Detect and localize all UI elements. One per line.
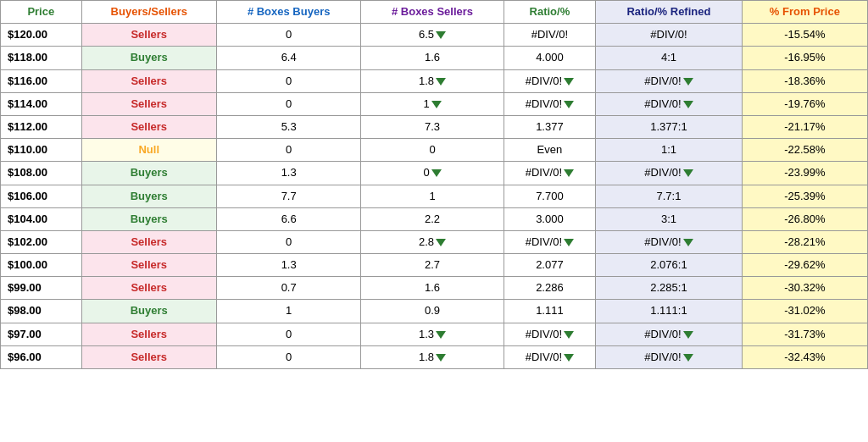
from-price-cell: -32.43% xyxy=(742,345,867,368)
buyers-sellers-cell: Sellers xyxy=(81,115,216,138)
boxes-buyers-cell: 5.3 xyxy=(216,115,360,138)
buyers-sellers-cell: Sellers xyxy=(81,230,216,253)
table-row: $100.00Sellers1.32.72.0772.076:1-29.62% xyxy=(1,254,868,277)
price-cell: $104.00 xyxy=(1,207,82,230)
table-row: $104.00Buyers6.62.23.0003:1-26.80% xyxy=(1,207,868,230)
boxes-buyers-cell: 0.7 xyxy=(216,277,360,300)
table-row: $118.00Buyers6.41.64.0004:1-16.95% xyxy=(1,47,868,69)
buyers-sellers-cell: Sellers xyxy=(81,24,216,47)
boxes-buyers-cell: 6.6 xyxy=(216,207,360,230)
arrow-down-icon xyxy=(683,101,693,108)
arrow-down-icon xyxy=(436,331,446,339)
boxes-sellers-cell: 1 xyxy=(361,185,504,207)
boxes-sellers-cell: 1.6 xyxy=(361,47,504,69)
arrow-down-icon xyxy=(564,239,574,246)
ratio-refined-cell: 1.111:1 xyxy=(596,300,743,323)
price-cell: $116.00 xyxy=(1,69,82,92)
boxes-sellers-cell: 2.2 xyxy=(361,207,504,230)
from-price-cell: -31.73% xyxy=(742,323,867,345)
boxes-sellers-cell: 1.6 xyxy=(361,277,504,300)
from-price-cell: -18.36% xyxy=(742,69,867,92)
from-price-cell: -29.62% xyxy=(742,254,867,277)
price-cell: $114.00 xyxy=(1,92,82,115)
arrow-down-icon xyxy=(431,101,442,108)
ratio-refined-cell: 7.7:1 xyxy=(596,185,743,207)
table-row: $120.00Sellers06.5#DIV/0!#DIV/0!-15.54% xyxy=(1,24,868,47)
price-cell: $118.00 xyxy=(1,47,82,69)
header-boxes-sellers: # Boxes Sellers xyxy=(361,1,504,24)
header-boxes-buyers: # Boxes Buyers xyxy=(216,1,360,24)
buyers-sellers-cell: Sellers xyxy=(81,323,216,345)
ratio-cell: #DIV/0! xyxy=(504,162,595,185)
buyers-sellers-cell: Buyers xyxy=(81,185,216,207)
boxes-sellers-cell: 1.8 xyxy=(361,69,504,92)
header-from-price: % From Price xyxy=(742,1,867,24)
header-ratio-refined: Ratio/% Refined xyxy=(596,1,743,24)
buyers-sellers-cell: Sellers xyxy=(81,92,216,115)
ratio-refined-cell: #DIV/0! xyxy=(596,230,743,253)
arrow-down-icon xyxy=(564,78,574,86)
from-price-cell: -28.21% xyxy=(742,230,867,253)
boxes-sellers-cell: 0 xyxy=(361,162,504,185)
arrow-down-icon xyxy=(683,239,693,246)
arrow-down-icon xyxy=(564,169,574,177)
table-row: $98.00Buyers10.91.1111.111:1-31.02% xyxy=(1,300,868,323)
boxes-sellers-cell: 2.7 xyxy=(361,254,504,277)
buyers-sellers-cell: Null xyxy=(81,139,216,162)
boxes-buyers-cell: 0 xyxy=(216,323,360,345)
boxes-buyers-cell: 0 xyxy=(216,345,360,368)
table-row: $110.00Null00Even1:1-22.58% xyxy=(1,139,868,162)
ratio-cell: 1.377 xyxy=(504,115,595,138)
price-cell: $102.00 xyxy=(1,230,82,253)
ratio-cell: Even xyxy=(504,139,595,162)
buyers-sellers-cell: Sellers xyxy=(81,277,216,300)
arrow-down-icon xyxy=(564,101,574,108)
buyers-sellers-cell: Sellers xyxy=(81,254,216,277)
from-price-cell: -15.54% xyxy=(742,24,867,47)
ratio-cell: 1.111 xyxy=(504,300,595,323)
ratio-refined-cell: 1.377:1 xyxy=(596,115,743,138)
from-price-cell: -21.17% xyxy=(742,115,867,138)
ratio-refined-cell: #DIV/0! xyxy=(596,92,743,115)
buyers-sellers-cell: Buyers xyxy=(81,207,216,230)
boxes-sellers-cell: 6.5 xyxy=(361,24,504,47)
table-row: $112.00Sellers5.37.31.3771.377:1-21.17% xyxy=(1,115,868,138)
boxes-sellers-cell: 1 xyxy=(361,92,504,115)
main-table: Price Buyers/Sellers # Boxes Buyers # Bo… xyxy=(0,0,868,369)
header-buyers-sellers: Buyers/Sellers xyxy=(81,1,216,24)
price-cell: $108.00 xyxy=(1,162,82,185)
boxes-buyers-cell: 0 xyxy=(216,139,360,162)
from-price-cell: -19.76% xyxy=(742,92,867,115)
buyers-sellers-cell: Buyers xyxy=(81,300,216,323)
ratio-cell: 3.000 xyxy=(504,207,595,230)
ratio-refined-cell: #DIV/0! xyxy=(596,24,743,47)
table-row: $116.00Sellers01.8#DIV/0!#DIV/0!-18.36% xyxy=(1,69,868,92)
ratio-cell: 2.286 xyxy=(504,277,595,300)
ratio-cell: #DIV/0! xyxy=(504,345,595,368)
boxes-sellers-cell: 1.8 xyxy=(361,345,504,368)
ratio-cell: #DIV/0! xyxy=(504,92,595,115)
table-row: $96.00Sellers01.8#DIV/0!#DIV/0!-32.43% xyxy=(1,345,868,368)
table-row: $108.00Buyers1.30#DIV/0!#DIV/0!-23.99% xyxy=(1,162,868,185)
from-price-cell: -22.58% xyxy=(742,139,867,162)
ratio-refined-cell: #DIV/0! xyxy=(596,69,743,92)
ratio-cell: #DIV/0! xyxy=(504,69,595,92)
table-row: $102.00Sellers02.8#DIV/0!#DIV/0!-28.21% xyxy=(1,230,868,253)
boxes-buyers-cell: 7.7 xyxy=(216,185,360,207)
price-cell: $99.00 xyxy=(1,277,82,300)
arrow-down-icon xyxy=(683,78,693,86)
header-price: Price xyxy=(1,1,82,24)
table-row: $114.00Sellers01#DIV/0!#DIV/0!-19.76% xyxy=(1,92,868,115)
boxes-buyers-cell: 0 xyxy=(216,230,360,253)
boxes-sellers-cell: 1.3 xyxy=(361,323,504,345)
from-price-cell: -16.95% xyxy=(742,47,867,69)
arrow-down-icon xyxy=(564,354,574,362)
boxes-sellers-cell: 0 xyxy=(361,139,504,162)
ratio-refined-cell: 4:1 xyxy=(596,47,743,69)
price-cell: $120.00 xyxy=(1,24,82,47)
boxes-buyers-cell: 1.3 xyxy=(216,162,360,185)
buyers-sellers-cell: Buyers xyxy=(81,47,216,69)
table-row: $99.00Sellers0.71.62.2862.285:1-30.32% xyxy=(1,277,868,300)
ratio-cell: 4.000 xyxy=(504,47,595,69)
price-cell: $106.00 xyxy=(1,185,82,207)
